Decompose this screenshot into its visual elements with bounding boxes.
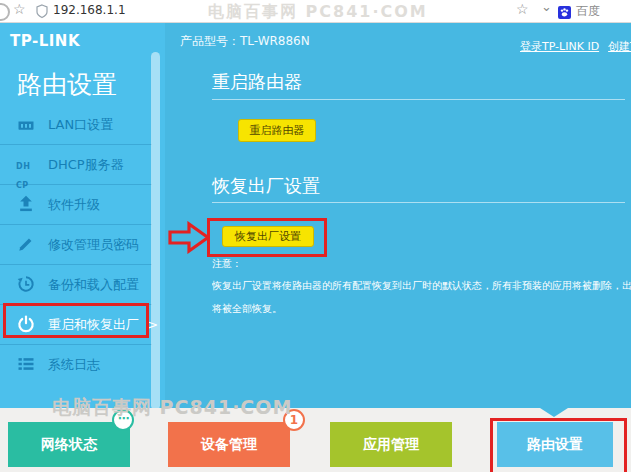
note-text-line1: 恢复出厂设置将使路由器的所有配置恢复到出厂时的默认状态，所有非预装的应用将被删除…	[212, 279, 631, 293]
note-text-line2: 将被全部恢复。	[212, 302, 631, 316]
address-bar[interactable]: 192.168.1.1	[53, 3, 126, 17]
pencil-icon	[16, 234, 36, 254]
sidebar-item-label: 系统日志	[48, 356, 100, 374]
tab-router-settings[interactable]: 路由设置	[497, 422, 613, 467]
active-tab-notch	[540, 408, 568, 417]
sidebar-item-dhcp[interactable]: DHCP DHCP服务器	[0, 144, 152, 184]
favorite-star-icon[interactable]: ☆	[516, 1, 529, 17]
refresh-icon[interactable]	[0, 3, 10, 21]
sidebar-item-backup[interactable]: 备份和载入配置	[0, 264, 152, 304]
account-links: 登录TP-LINK ID创建TP-LINK ID	[520, 35, 631, 54]
section-divider	[212, 99, 625, 100]
bookmark-star-icon[interactable]: ☆	[13, 1, 26, 17]
sidebar: TP-LINK 路由设置 LAN口设置 DHCP DHCP服务器 软件升级	[0, 22, 165, 408]
sidebar-item-label: 软件升级	[48, 196, 100, 214]
restart-router-button[interactable]: 重启路由器	[238, 119, 316, 142]
sidebar-item-label: 备份和载入配置	[48, 276, 139, 294]
sidebar-item-label: LAN口设置	[48, 116, 113, 134]
chevron-down-icon[interactable]: ⌄	[541, 0, 552, 14]
sidebar-scrollbar[interactable]	[151, 52, 160, 410]
browser-watermark: 电脑百事网 PC841·COM	[208, 2, 428, 23]
product-model-label: 产品型号：TL-WR886N	[180, 33, 310, 50]
tab-device-management[interactable]: 设备管理	[168, 422, 290, 467]
site-security-icon[interactable]	[36, 4, 48, 23]
factory-reset-button[interactable]: 恢复出厂设置	[222, 226, 314, 247]
log-list-icon	[16, 354, 36, 374]
tab-app-management[interactable]: 应用管理	[330, 422, 452, 467]
browser-toolbar: ☆ 192.168.1.1 电脑百事网 PC841·COM ☆ ⌄ 百度	[0, 0, 631, 23]
search-engine-label[interactable]: 百度	[576, 3, 600, 20]
sidebar-item-label: DHCP服务器	[48, 156, 124, 174]
sidebar-item-syslog[interactable]: 系统日志	[0, 344, 152, 384]
backup-history-icon	[16, 274, 36, 294]
dhcp-icon: DHCP	[16, 154, 36, 174]
tplink-logo: TP-LINK	[10, 32, 80, 50]
create-tplink-id-link[interactable]: 创建TP-LINK ID	[608, 40, 631, 53]
baidu-icon[interactable]	[558, 4, 571, 23]
annotation-arrow-icon	[168, 221, 210, 258]
sidebar-item-password[interactable]: 修改管理员密码	[0, 224, 152, 264]
page-title: 路由设置	[17, 68, 117, 101]
sidebar-menu: LAN口设置 DHCP DHCP服务器 软件升级 修改管理员密码	[0, 105, 152, 384]
sidebar-item-upgrade[interactable]: 软件升级	[0, 184, 152, 224]
sidebar-item-label: 修改管理员密码	[48, 236, 139, 254]
reset-section-heading: 恢复出厂设置	[212, 174, 320, 198]
lan-ports-icon	[16, 114, 36, 134]
upload-icon	[16, 194, 36, 214]
sidebar-item-lan[interactable]: LAN口设置	[0, 105, 152, 144]
tab-network-status[interactable]: 网络状态	[8, 422, 130, 467]
power-icon	[16, 314, 36, 334]
footer-watermark: 电脑百事网 PC841·COM	[52, 395, 292, 421]
login-tplink-id-link[interactable]: 登录TP-LINK ID	[520, 40, 599, 53]
restart-section-heading: 重启路由器	[212, 70, 302, 94]
router-admin-page: ☆ 192.168.1.1 电脑百事网 PC841·COM ☆ ⌄ 百度 TP-…	[0, 0, 631, 472]
sidebar-item-reboot-reset[interactable]: 重启和恢复出厂 >	[0, 304, 152, 344]
note-label: 注意：	[212, 257, 242, 271]
section-divider	[212, 202, 625, 203]
sidebar-item-label: 重启和恢复出厂 >	[48, 316, 158, 334]
